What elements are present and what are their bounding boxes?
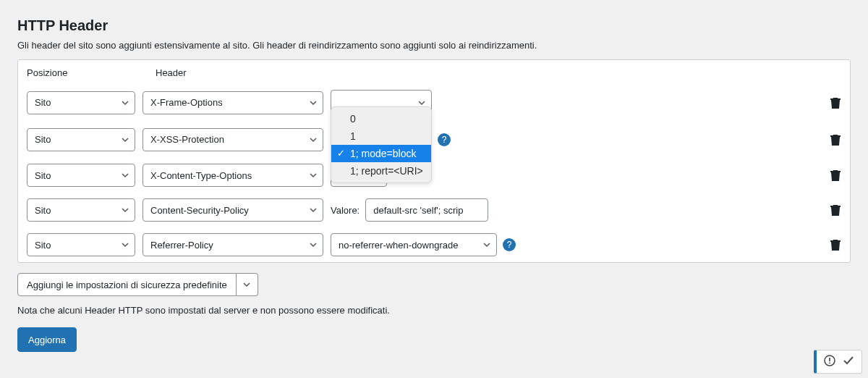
help-icon[interactable]: ?: [503, 238, 516, 251]
xss-value-dropdown: 0 1 1; mode=block 1; report=<URI>: [331, 106, 432, 183]
svg-rect-2: [829, 363, 830, 364]
svg-rect-1: [829, 358, 830, 361]
header-select[interactable]: X-Frame-Options: [142, 91, 323, 114]
header-select[interactable]: Content-Security-Policy: [142, 198, 323, 222]
note-text: Nota che alcuni Header HTTP sono imposta…: [17, 305, 851, 316]
dropdown-option[interactable]: 1: [331, 127, 431, 145]
dropdown-option[interactable]: 1; mode=block: [331, 145, 431, 162]
headers-panel: Posizione Header Sito X-Frame-Options Si…: [17, 59, 851, 263]
add-presets-group: Aggiungi le impostazioni di sicurezza pr…: [17, 273, 258, 296]
help-icon[interactable]: ?: [438, 133, 451, 146]
position-select[interactable]: Sito: [27, 91, 135, 114]
dropdown-option[interactable]: 0: [331, 110, 431, 127]
table-row: Sito X-XSS-Protection 0 1 1; mode=block …: [18, 121, 850, 158]
header-select[interactable]: X-XSS-Protection: [142, 128, 323, 151]
delete-button[interactable]: [830, 203, 841, 217]
table-row: Sito Content-Security-Policy Valore:: [18, 193, 850, 227]
header-select[interactable]: Referrer-Policy: [142, 233, 323, 256]
section-description: Gli header del sito sono aggiunti estens…: [17, 40, 851, 51]
position-select[interactable]: Sito: [27, 164, 135, 187]
delete-button[interactable]: [830, 133, 841, 146]
add-presets-caret[interactable]: [237, 273, 258, 296]
value-input[interactable]: [365, 198, 488, 222]
add-presets-button[interactable]: Aggiungi le impostazioni di sicurezza pr…: [17, 273, 237, 296]
table-header: Posizione Header: [18, 60, 850, 84]
footer-notice: [814, 350, 862, 369]
delete-button[interactable]: [830, 238, 841, 251]
alert-icon: [824, 355, 835, 369]
position-select[interactable]: Sito: [27, 198, 135, 222]
header-select[interactable]: X-Content-Type-Options: [142, 164, 323, 187]
submit-button[interactable]: Aggiorna: [17, 327, 77, 352]
position-select[interactable]: Sito: [27, 128, 135, 151]
confirm-icon[interactable]: [843, 355, 854, 369]
value-label: Valore:: [331, 205, 359, 216]
col-header-label: Header: [156, 67, 841, 78]
table-row: Sito X-Frame-Options: [18, 84, 850, 121]
table-row: Sito X-Content-Type-Options nosniff ?: [18, 158, 850, 193]
delete-button[interactable]: [830, 96, 841, 109]
section-title: HTTP Header: [17, 17, 851, 34]
dropdown-option[interactable]: 1; report=<URI>: [331, 162, 431, 180]
value-select[interactable]: no-referrer-when-downgrade: [331, 233, 497, 256]
position-select[interactable]: Sito: [27, 233, 135, 256]
col-position-label: Posizione: [27, 67, 156, 78]
table-row: Sito Referrer-Policy no-referrer-when-do…: [18, 227, 850, 262]
delete-button[interactable]: [830, 169, 841, 182]
